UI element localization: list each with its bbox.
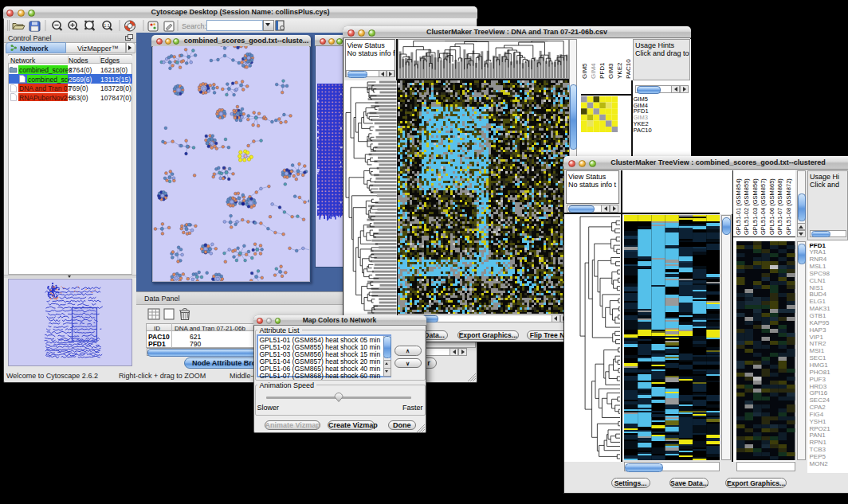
svg-text:GIM3: GIM3 — [607, 63, 614, 79]
svg-text:GIM5: GIM5 — [581, 63, 588, 79]
svg-text:YKE2: YKE2 — [616, 62, 623, 79]
svg-text:PAC10: PAC10 — [625, 59, 631, 79]
svg-text:GPL51-03 (GSM856): GPL51-03 (GSM856) — [751, 178, 758, 235]
svg-text:GPL51-02 (GSM855): GPL51-02 (GSM855) — [743, 178, 750, 235]
svg-text:GIM4: GIM4 — [590, 63, 597, 79]
svg-text:1:1: 1:1 — [104, 23, 110, 28]
svg-text:GPL51-07 (GSM868): GPL51-07 (GSM868) — [776, 178, 783, 235]
svg-text:PFD1: PFD1 — [599, 62, 606, 79]
svg-text:GPL51-08 (GSM872): GPL51-08 (GSM872) — [784, 178, 791, 235]
svg-text:GPL51-06 (GSM865): GPL51-06 (GSM865) — [768, 178, 775, 235]
svg-text:GPL51-01 (GSM854): GPL51-01 (GSM854) — [734, 178, 741, 235]
svg-text:GPL51-04 (GSM857): GPL51-04 (GSM857) — [760, 178, 767, 235]
